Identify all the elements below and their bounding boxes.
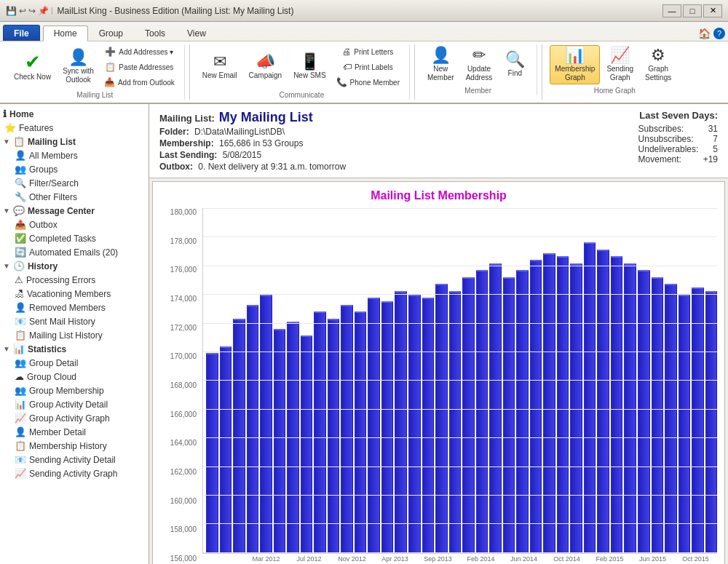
sending-activity-detail-icon: 📧	[15, 454, 26, 465]
x-axis: Mar 2012Jul 2012Nov 2012Apr 2013Sep 2013…	[202, 555, 717, 563]
check-now-button[interactable]: ✔ Check Now	[9, 50, 56, 84]
sidebar-item-filter-search[interactable]: 🔍 Filter/Search	[0, 176, 149, 190]
sidebar-item-all-members[interactable]: 👤 All Members	[0, 148, 149, 162]
sidebar-item-vacationing-members[interactable]: 🏖 Vacationing Members	[0, 287, 149, 301]
sidebar-item-removed-members[interactable]: 👤 Removed Members	[0, 301, 149, 314]
qa-icon-1[interactable]: 💾	[6, 6, 17, 16]
ribbon-group-member: 👤 NewMember ✏ UpdateAddress 🔍 Find Membe…	[419, 44, 537, 95]
y-axis-label: 170,000	[170, 352, 197, 360]
sidebar-item-member-detail[interactable]: 👤 Member Detail	[0, 425, 149, 439]
help-button[interactable]: ?	[713, 28, 725, 39]
print-labels-button[interactable]: 🏷 Print Labels	[333, 60, 403, 74]
tab-view[interactable]: View	[176, 25, 217, 41]
close-button[interactable]: ✕	[703, 4, 722, 17]
message-center-icon: 💬	[13, 205, 25, 216]
mailing-list-history-icon: 📋	[15, 330, 26, 341]
bar-column	[557, 208, 569, 553]
sidebar-item-features[interactable]: ⭐ Features	[0, 121, 149, 135]
bar-column	[206, 208, 218, 553]
sidebar-item-home[interactable]: ℹ Home	[0, 107, 149, 121]
sidebar-item-outbox[interactable]: 📤 Outbox	[0, 218, 149, 231]
sidebar-item-message-center[interactable]: ▼ 💬 Message Center	[0, 204, 149, 218]
mailing-list-icon: 📋	[13, 136, 25, 147]
phone-member-button[interactable]: 📞 Phone Member	[333, 75, 403, 90]
bar-column	[381, 208, 394, 553]
qa-icon-4[interactable]: 📌	[38, 6, 49, 16]
sidebar-item-group-detail[interactable]: 👥 Group Detail	[0, 356, 149, 370]
sidebar-item-group-cloud[interactable]: ☁ Group Cloud	[0, 370, 149, 384]
qa-icon-3[interactable]: ↪	[28, 6, 36, 16]
mailing-list-label: Mailing List:	[159, 113, 215, 124]
info-left: Mailing List: My Mailing List Folder: D:…	[159, 110, 346, 172]
bar	[584, 242, 596, 553]
sidebar-item-groups[interactable]: 👥 Groups	[0, 162, 149, 176]
outbox-row: Outbox: 0. Next delivery at 9:31 a.m. to…	[159, 162, 346, 172]
sidebar-item-processing-errors[interactable]: ⚠ Processing Errors	[0, 273, 149, 287]
new-sms-button[interactable]: 📱 New SMS	[288, 52, 331, 82]
y-axis-label: 164,000	[170, 439, 197, 447]
y-axis-label: 176,000	[170, 266, 197, 274]
sidebar-processing-errors-label: Processing Errors	[26, 275, 95, 285]
sidebar-item-statistics[interactable]: ▼ 📊 Statistics	[0, 342, 149, 356]
sending-graph-button[interactable]: 📈 SendingGraph	[601, 45, 638, 84]
bar	[381, 301, 394, 553]
sidebar-member-detail-label: Member Detail	[29, 427, 86, 437]
features-icon: ⭐	[4, 122, 16, 133]
update-address-button[interactable]: ✏ UpdateAddress	[461, 45, 498, 84]
add-from-outlook-button[interactable]: 📥 Add from Outlook	[100, 75, 178, 90]
sidebar-item-group-membership[interactable]: 👥 Group Membership	[0, 384, 149, 397]
sidebar-item-group-activity-detail[interactable]: 📊 Group Activity Detail	[0, 397, 149, 411]
bar	[597, 250, 609, 553]
add-addresses-button[interactable]: ➕ Add Addresses ▾	[100, 44, 178, 59]
new-member-button[interactable]: 👤 NewMember	[422, 45, 459, 84]
info-right: Last Seven Days: Subscribes: 31 Unsubscr…	[638, 110, 718, 172]
minimize-button[interactable]: —	[662, 4, 681, 17]
tab-file[interactable]: File	[3, 25, 40, 41]
sidebar-automated-emails-label: Automated Emails (20)	[29, 247, 118, 258]
phone-member-label: Phone Member	[350, 79, 400, 87]
find-button[interactable]: 🔍 Find	[499, 49, 531, 80]
subscribes-label: Subscribes:	[638, 124, 684, 134]
tab-home[interactable]: Home	[43, 25, 88, 41]
new-email-button[interactable]: ✉ New Email	[197, 52, 242, 82]
separator-1	[189, 44, 190, 100]
sidebar-item-mailing-list-history[interactable]: 📋 Mailing List History	[0, 328, 149, 342]
other-filters-icon: 🔧	[15, 191, 26, 202]
sidebar-item-completed-tasks[interactable]: ✅ Completed Tasks	[0, 231, 149, 245]
sidebar-item-group-activity-graph[interactable]: 📈 Group Activity Graph	[0, 411, 149, 425]
ribbon-group-member-label: Member	[419, 87, 537, 95]
window-controls[interactable]: — □ ✕	[662, 4, 722, 17]
sidebar-item-mailing-list[interactable]: ▼ 📋 Mailing List	[0, 135, 149, 148]
sidebar-item-sending-activity-graph[interactable]: 📈 Sending Activity Graph	[0, 466, 149, 480]
check-now-icon: ✔	[25, 52, 41, 71]
bar-column	[435, 208, 448, 553]
sync-outlook-button[interactable]: 👤 Sync withOutlook	[58, 47, 99, 87]
tab-tools[interactable]: Tools	[134, 25, 176, 41]
campaign-button[interactable]: 📣 Campaign	[244, 52, 288, 82]
sidebar-item-sent-mail-history[interactable]: 📧 Sent Mail History	[0, 314, 149, 328]
maximize-button[interactable]: □	[683, 4, 702, 17]
sidebar-item-automated-emails[interactable]: 🔄 Automated Emails (20)	[0, 245, 149, 259]
sidebar-item-other-filters[interactable]: 🔧 Other Filters	[0, 190, 149, 204]
sidebar-item-membership-history[interactable]: 📋 Membership History	[0, 439, 149, 453]
bar	[220, 346, 232, 553]
campaign-label: Campaign	[249, 71, 282, 80]
quick-access-toolbar: 💾 ↩ ↪ 📌 |	[6, 6, 53, 16]
membership-graph-button[interactable]: 📊 MembershipGraph	[550, 45, 600, 84]
print-letters-button[interactable]: 🖨 Print Letters	[333, 44, 403, 59]
x-axis-label: Oct 2015	[674, 555, 717, 563]
qa-icon-2[interactable]: ↩	[19, 6, 26, 16]
x-axis-label: Mar 2012	[245, 555, 288, 563]
sidebar-statistics-label: Statistics	[28, 344, 66, 354]
graph-settings-button[interactable]: ⚙ GraphSettings	[640, 45, 676, 84]
sidebar-item-history[interactable]: ▼ 🕒 History	[0, 259, 149, 273]
bar	[368, 298, 380, 553]
sidebar-item-sending-activity-detail[interactable]: 📧 Sending Activity Detail	[0, 453, 149, 466]
bar-column	[328, 208, 340, 553]
tab-group[interactable]: Group	[88, 25, 134, 41]
sending-graph-label: SendingGraph	[606, 65, 633, 82]
paste-addresses-button[interactable]: 📋 Paste Addresses	[100, 60, 178, 74]
group-activity-detail-icon: 📊	[15, 399, 26, 410]
separator-3	[542, 44, 542, 100]
ribbon-help-icon[interactable]: 🏠	[698, 28, 711, 39]
